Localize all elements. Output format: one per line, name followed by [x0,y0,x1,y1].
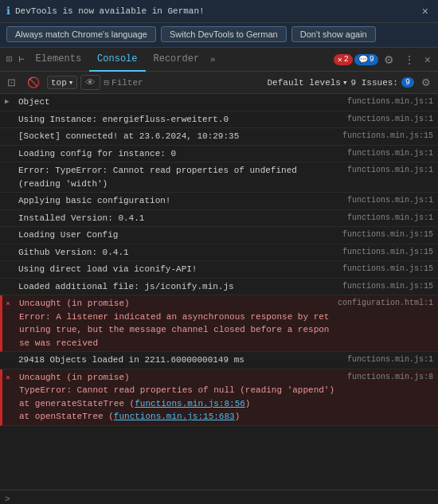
console-log: ▶ Object functions.min.js:1 Using Instan… [0,94,438,490]
log-text: Loading config for instance: 0 [18,147,341,161]
expand-icon[interactable]: ▶ [5,97,16,106]
console-input-bar: > [0,490,438,504]
log-source[interactable]: functions.min.js:15 [342,280,433,291]
error-count: 2 [344,55,349,64]
log-entry: Loading config for instance: 0 functions… [0,146,438,163]
dont-show-again-button[interactable]: Don't show again [291,26,376,42]
error-badge: ✕ 2 [334,54,353,65]
log-entry: Using Instance: energiefluss-erweitert.0… [0,111,438,129]
log-entry: 29418 Objects loaded in 2211.60000000149… [0,352,438,369]
log-text: Loaded additional file: js/iconify.min.j… [18,280,336,294]
log-entry: ▶ Object functions.min.js:1 [0,94,438,111]
stack-line-2: at openStateTree (functions.min.js:15:68… [19,412,240,421]
devtools-close-button[interactable]: × [420,52,435,68]
log-entry: Github Version: 0.4.1 functions.min.js:1… [0,244,438,262]
default-levels-selector[interactable]: Default levels ▾ [268,77,348,88]
devtools-tabs: ⊡ ⊢ Elements Console Recorder » ✕ 2 💬 9 … [0,48,438,72]
log-entry: Loading User Config functions.min.js:15 [0,227,438,244]
more-options-button[interactable]: ⋮ [400,52,419,68]
log-entry: Loaded additional file: js/iconify.min.j… [0,279,438,296]
log-source[interactable]: functions.min.js:1 [347,147,433,158]
log-text: Uncaught (in promise) Error: A listener … [19,297,331,350]
clear-console-button[interactable]: 🚫 [23,75,44,90]
console-prompt: > [5,494,10,504]
log-source[interactable]: configuration.html:1 [338,297,433,307]
log-text: Using direct load via iconify-API! [18,263,336,276]
message-badge: 💬 9 [354,54,378,65]
context-selector[interactable]: top ▾ [47,76,77,89]
issues-count: 9 [401,77,414,88]
issues-label: 9 Issues: [351,78,398,88]
filter-label: Filter [111,78,143,88]
info-banner: ℹ DevTools is now available in German! × [0,0,438,23]
filter-area: ⊟ Filter [104,77,143,88]
error-log-entry: ✕ Uncaught (in promise) TypeError: Canno… [0,369,438,426]
log-source[interactable]: functions.min.js:1 [347,164,433,174]
log-source[interactable]: functions.min.js:15 [342,130,433,140]
log-text: Github Version: 0.4.1 [18,246,336,260]
log-source[interactable]: functions.min.js:15 [342,229,433,239]
context-chevron: ▾ [68,77,74,88]
log-text: Uncaught (in promise) TypeError: Cannot … [19,371,341,424]
stack-link-1[interactable]: functions.min.js:8:56 [135,399,245,408]
tab-console[interactable]: Console [89,48,145,72]
dock-icon-2[interactable]: ⊢ [15,53,27,65]
log-entry: Installed Version: 0.4.1 functions.min.j… [0,210,438,228]
log-text: [Socket] connected! at 23.6.2024, 10:29:… [18,130,336,143]
log-text: 29418 Objects loaded in 2211.60000000149… [18,354,341,367]
default-levels-label: Default levels [268,78,341,88]
log-source[interactable]: functions.min.js:15 [342,246,433,256]
log-source[interactable]: functions.min.js:1 [347,194,433,205]
context-label: top [51,78,67,88]
log-source[interactable]: functions.min.js:1 [347,354,433,364]
error-icon: ✕ [338,55,342,64]
banner-close-button[interactable]: × [419,5,432,18]
console-toolbar: ⊡ 🚫 top ▾ 👁 ⊟ Filter Default levels ▾ 9 … [0,72,438,94]
sidebar-toggle-button[interactable]: ⊡ [3,75,20,90]
error-log-entry: ✕ Uncaught (in promise) Error: A listene… [0,295,438,352]
default-levels-chevron: ▾ [342,77,348,88]
tab-actions: ✕ 2 💬 9 ⚙ ⋮ × [334,52,435,68]
info-icon: ℹ [6,5,10,18]
log-entry: Error: TypeError: Cannot read properties… [0,162,438,193]
log-text: Loading User Config [18,229,336,242]
log-source[interactable]: functions.min.js:1 [347,212,433,222]
stack-line-1: at generateStateTree (functions.min.js:8… [19,399,250,408]
console-settings-button[interactable]: ⚙ [417,75,435,90]
log-text: Error: TypeError: Cannot read properties… [18,164,341,190]
log-source[interactable]: functions.min.js:1 [347,96,433,106]
dock-icon-1[interactable]: ⊡ [3,53,15,65]
settings-button[interactable]: ⚙ [380,52,398,68]
issues-badge: 9 Issues: 9 [351,77,414,88]
switch-language-button[interactable]: Switch DevTools to German [161,26,287,42]
banner-message: DevTools is now available in German! [15,6,205,16]
log-text: Installed Version: 0.4.1 [18,212,341,225]
message-count: 9 [370,55,374,64]
more-tabs-button[interactable]: » [207,55,219,64]
log-source[interactable]: functions.min.js:15 [342,263,433,273]
eye-button[interactable]: 👁 [80,75,100,90]
log-entry: Using direct load via iconify-API! funct… [0,261,438,279]
error-icon: ✕ [6,299,17,308]
always-match-button[interactable]: Always match Chrome's language [6,26,156,42]
log-entry: Applying basic configuration! functions.… [0,193,438,210]
tab-recorder[interactable]: Recorder [146,48,208,72]
tab-elements[interactable]: Elements [27,48,89,72]
log-entry: [Socket] connected! at 23.6.2024, 10:29:… [0,128,438,146]
banner-buttons-row: Always match Chrome's language Switch De… [0,23,438,48]
log-text: Applying basic configuration! [18,194,341,208]
log-source[interactable]: functions.min.js:8 [347,371,433,381]
error-icon: ✕ [6,373,17,382]
message-icon: 💬 [358,55,368,64]
filter-icon: ⊟ [104,77,109,88]
log-text: Object [18,96,341,109]
log-source[interactable]: functions.min.js:1 [347,113,433,123]
log-text: Using Instance: energiefluss-erweitert.0 [18,113,341,127]
stack-link-2[interactable]: functions.min.js:15:683 [114,412,235,421]
